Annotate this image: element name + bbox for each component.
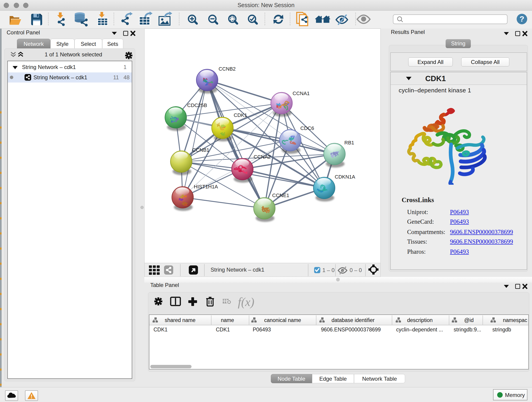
svg-text:CDKN1A: CDKN1A [335, 174, 355, 180]
svg-text:f(x): f(x) [238, 295, 254, 309]
svg-text:CDK1: CDK1 [234, 112, 247, 118]
svg-text:1 – 0: 1 – 0 [322, 267, 335, 273]
svg-text:name: name [221, 317, 234, 323]
svg-text:RB1: RB1 [344, 140, 354, 146]
svg-text:0 – 0: 0 – 0 [350, 267, 362, 273]
svg-text:?: ? [520, 14, 525, 23]
svg-text:@id: @id [464, 317, 474, 323]
svg-text:CCNB2: CCNB2 [219, 66, 236, 72]
svg-text:description: description [407, 317, 433, 323]
svg-text:CCNA1: CCNA1 [293, 90, 310, 96]
svg-text:CCNE1: CCNE1 [272, 192, 289, 198]
svg-text:CCNB1: CCNB1 [192, 147, 209, 153]
svg-text:canonical name: canonical name [264, 317, 301, 323]
svg-text:CDC25B: CDC25B [187, 102, 207, 108]
svg-text:namespac: namespac [503, 317, 527, 323]
svg-text:database identifier: database identifier [331, 317, 375, 323]
svg-text:CCNA2: CCNA2 [254, 154, 271, 160]
svg-text:shared name: shared name [165, 317, 196, 323]
svg-text:CDC6: CDC6 [300, 125, 314, 131]
svg-text:HIST1H1A: HIST1H1A [194, 184, 218, 190]
